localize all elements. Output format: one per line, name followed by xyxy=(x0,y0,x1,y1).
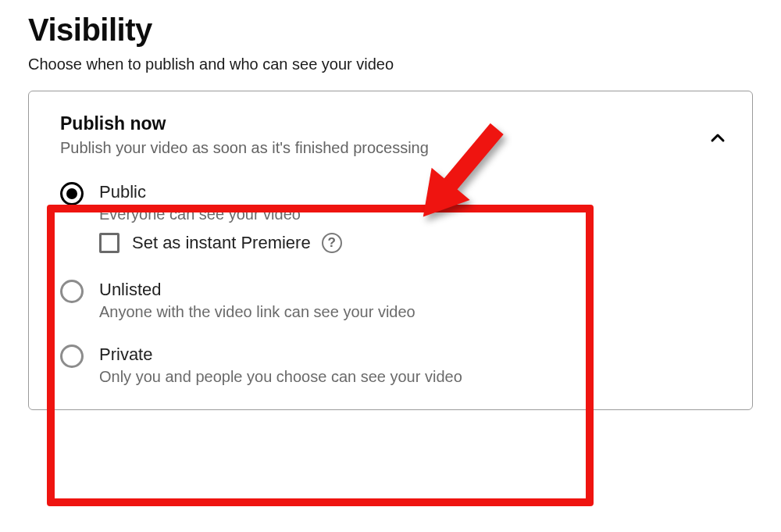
radio-public[interactable] xyxy=(60,182,84,205)
option-unlisted-text: Unlisted Anyone with the video link can … xyxy=(99,280,415,321)
radio-private[interactable] xyxy=(60,345,84,368)
option-private-label: Private xyxy=(99,345,462,365)
option-private-desc: Only you and people you choose can see y… xyxy=(99,368,462,386)
option-private[interactable]: Private Only you and people you choose c… xyxy=(60,338,732,391)
radio-unlisted[interactable] xyxy=(60,280,84,303)
option-private-text: Private Only you and people you choose c… xyxy=(99,345,462,386)
card-header[interactable]: Publish now Publish your video as soon a… xyxy=(60,113,732,157)
section-desc: Publish your video as soon as it's finis… xyxy=(60,139,429,157)
premiere-row: Set as instant Premiere ? xyxy=(99,233,342,253)
publish-now-card: Publish now Publish your video as soon a… xyxy=(28,91,753,410)
option-public-desc: Everyone can see your video xyxy=(99,205,342,223)
section-title: Publish now xyxy=(60,113,429,134)
option-unlisted-label: Unlisted xyxy=(99,280,415,300)
option-public-label: Public xyxy=(99,182,342,202)
help-icon[interactable]: ? xyxy=(322,233,342,253)
card-header-text: Publish now Publish your video as soon a… xyxy=(60,113,429,157)
option-unlisted[interactable]: Unlisted Anyone with the video link can … xyxy=(60,273,732,338)
page-subtitle: Choose when to publish and who can see y… xyxy=(28,55,753,73)
premiere-label: Set as instant Premiere xyxy=(132,233,311,253)
option-public-text: Public Everyone can see your video Set a… xyxy=(99,182,342,256)
premiere-checkbox[interactable] xyxy=(99,233,119,253)
option-public[interactable]: Public Everyone can see your video Set a… xyxy=(60,176,732,273)
visibility-options: Public Everyone can see your video Set a… xyxy=(60,176,732,391)
chevron-up-icon[interactable] xyxy=(708,129,727,148)
option-unlisted-desc: Anyone with the video link can see your … xyxy=(99,303,415,321)
page-title: Visibility xyxy=(28,12,753,48)
